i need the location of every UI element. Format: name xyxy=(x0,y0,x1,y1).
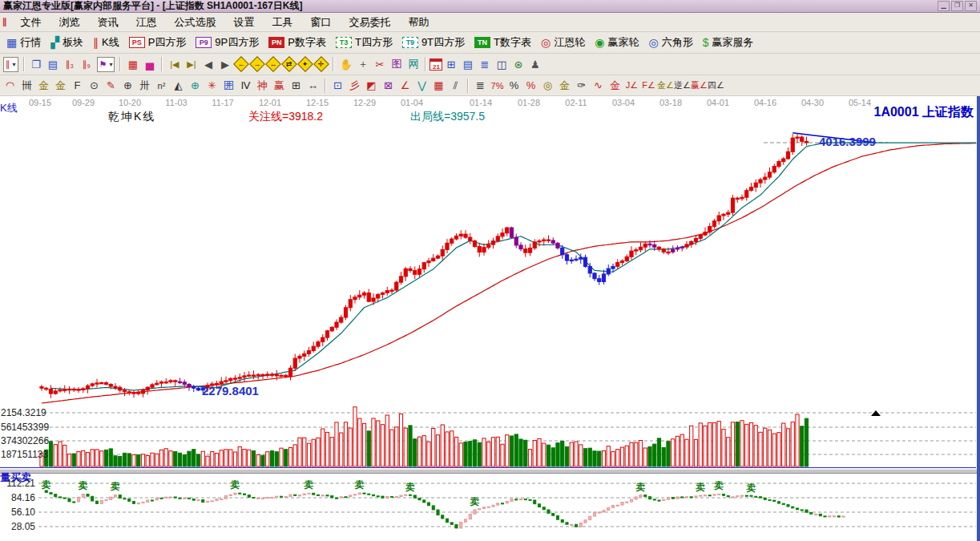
hexagon-button[interactable]: ◎六角形 xyxy=(643,34,697,51)
color-histogram-button[interactable]: ▅ xyxy=(141,56,158,73)
grid2-tool[interactable]: 卅 xyxy=(136,77,153,94)
menu-item-6[interactable]: 设置 xyxy=(225,13,264,32)
gold-grid-tool[interactable]: 金 xyxy=(35,77,52,94)
percent-red-tool[interactable]: 7% xyxy=(489,77,506,94)
child-window-icon[interactable]: ∥ xyxy=(0,17,12,27)
report-button[interactable]: ▤ xyxy=(459,56,476,73)
diamond-cross-button[interactable]: ✛ xyxy=(314,56,330,72)
menu-item-7[interactable]: 工具 xyxy=(264,13,302,32)
gold-angle-tool[interactable]: 金∠ xyxy=(657,77,674,94)
spiral-tool[interactable]: ⊙ xyxy=(86,77,103,94)
p-table-button[interactable]: PNP数字表 xyxy=(264,34,331,51)
percent-line-tool[interactable]: % xyxy=(522,77,539,94)
menu-item-8[interactable]: 窗口 xyxy=(302,13,341,32)
box-grid-tool[interactable]: 囲 xyxy=(220,77,237,94)
levels-tool[interactable]: ≣ xyxy=(472,77,489,94)
p9-square-button[interactable]: P99P四方形 xyxy=(191,34,264,51)
minimize-button[interactable]: ▁ xyxy=(938,1,950,11)
prev-button[interactable]: ◀ xyxy=(200,56,216,73)
diamond-swap-button[interactable]: ⇄ xyxy=(282,56,298,72)
first-page-button[interactable]: |◀ xyxy=(166,56,183,73)
percent-tool[interactable]: % xyxy=(506,77,522,94)
period-selector[interactable]: ∥▾ xyxy=(3,57,18,72)
web-button[interactable]: ⊛ xyxy=(510,56,526,73)
candlestick-chart-canvas[interactable]: 卖卖卖卖卖卖卖卖卖卖卖卖 xyxy=(0,96,980,541)
gold-underline-tool[interactable]: 金 xyxy=(607,77,623,94)
shen-tool[interactable]: 神 xyxy=(254,77,271,94)
ying-tool[interactable]: 赢 xyxy=(271,77,288,94)
calculator-button[interactable]: ⊞ xyxy=(442,56,459,73)
kline-3-button[interactable]: ∥₃ xyxy=(62,56,79,73)
last-page-button[interactable]: ▶| xyxy=(183,56,200,73)
ying-angle-tool[interactable]: 赢∠ xyxy=(691,77,708,94)
menu-item-1[interactable]: 文件 xyxy=(12,13,50,32)
ink-tool[interactable]: ✑ xyxy=(573,77,590,94)
pane-splitter[interactable] xyxy=(0,469,980,474)
diamond-right-button[interactable]: → xyxy=(250,56,266,72)
cut-tool-button[interactable]: ✂ xyxy=(371,56,388,73)
f-angle-tool[interactable]: F∠ xyxy=(640,77,657,94)
menu-item-10[interactable]: 帮助 xyxy=(400,13,438,32)
gann-wheel-button[interactable]: ◎江恩轮 xyxy=(536,34,590,51)
red-pen-tool[interactable]: ✎ xyxy=(103,77,119,94)
restore-button[interactable]: ❐ xyxy=(951,1,963,11)
grid-tool[interactable]: 卌 xyxy=(18,77,35,94)
wave-gold-tool[interactable]: ∿ xyxy=(590,77,607,94)
t-square-button[interactable]: T3T四方形 xyxy=(331,34,397,51)
f-grid-tool[interactable]: F xyxy=(69,77,86,94)
p-square-button[interactable]: PSP四方形 xyxy=(124,34,192,51)
circle-cross-tool[interactable]: ⊕ xyxy=(119,77,136,94)
zoom-window-button[interactable]: ❐ xyxy=(28,56,45,73)
wave4-tool[interactable]: Ⅳ xyxy=(237,77,254,94)
t9-square-button[interactable]: T99T四方形 xyxy=(397,34,470,51)
hspan-tool[interactable]: ↔ xyxy=(304,77,321,94)
quotes-button[interactable]: ▦行情 xyxy=(2,34,46,51)
chart-tool-purple-button[interactable]: 图 xyxy=(388,56,405,73)
mirror-tool[interactable]: ◭ xyxy=(170,77,187,94)
angle-arc-tool[interactable]: ◠ xyxy=(2,77,18,94)
n2-tool[interactable]: n² xyxy=(153,77,170,94)
gold-grid2-tool[interactable]: 金 xyxy=(52,77,69,94)
diamond-both-button[interactable]: ↔ xyxy=(266,56,282,72)
kline-button[interactable]: ∥K线 xyxy=(88,34,124,51)
gann-fan-tool[interactable]: 彡 xyxy=(346,77,363,94)
chart-region[interactable]: 卖卖卖卖卖卖卖卖卖卖卖卖 09-1509-2910-2011-0311-1712… xyxy=(0,96,980,541)
small-fan-tool[interactable]: ∠ xyxy=(397,77,413,94)
menu-item-3[interactable]: 资讯 xyxy=(89,13,127,32)
sectors-button[interactable]: ▞板块 xyxy=(46,34,88,51)
check-tool[interactable]: ⋁ xyxy=(413,77,430,94)
lines-tool[interactable]: ⫽ xyxy=(447,77,464,94)
notes-button[interactable]: ≣ xyxy=(476,56,493,73)
close-button[interactable]: ✕ xyxy=(965,1,977,11)
next-button[interactable]: ▶ xyxy=(216,56,233,73)
kline-9-button[interactable]: ∥₉ xyxy=(79,56,95,73)
quote-list-button[interactable]: ▤ xyxy=(45,56,62,73)
diamond-star-button[interactable]: ✦ xyxy=(298,56,314,72)
hand-tool-button[interactable]: ✋ xyxy=(337,56,354,73)
menu-item-2[interactable]: 浏览 xyxy=(50,13,89,32)
gold-circle-tool[interactable]: ◎ xyxy=(539,77,556,94)
t-table-button[interactable]: TNT数字表 xyxy=(470,34,536,51)
blue-box-tool[interactable]: ⊡ xyxy=(329,77,346,94)
grid123-tool[interactable]: ⊞ xyxy=(288,77,304,94)
crosshair-tool-button[interactable]: ＋ xyxy=(354,56,371,73)
j-angle-tool[interactable]: J∠ xyxy=(623,77,640,94)
kline-style-button[interactable]: ▦ xyxy=(124,56,141,73)
save-button[interactable]: ◫ xyxy=(493,56,510,73)
box-x-tool[interactable]: ⊠ xyxy=(380,77,397,94)
winner-service-button[interactable]: $赢家服务 xyxy=(698,34,759,51)
flag-selector[interactable]: ⚑▾ xyxy=(97,57,115,72)
menu-item-9[interactable]: 交易委托 xyxy=(341,13,400,32)
target-tool[interactable]: ⊕ xyxy=(187,77,204,94)
diamond-left-button[interactable]: ← xyxy=(234,56,250,72)
menu-item-5[interactable]: 公式选股 xyxy=(166,13,225,32)
winner-wheel-button[interactable]: ◉赢家轮 xyxy=(590,34,643,51)
ni-angle-tool[interactable]: 逆∠ xyxy=(674,77,691,94)
fan-box-tool[interactable]: ◩ xyxy=(363,77,380,94)
calendar-button[interactable]: 21 xyxy=(430,59,442,71)
fine-grid-tool[interactable]: ▦ xyxy=(430,77,447,94)
si-angle-tool[interactable]: 四∠ xyxy=(708,77,724,94)
net-tool-teal-button[interactable]: 网 xyxy=(405,56,421,73)
menu-item-4[interactable]: 江恩 xyxy=(127,13,166,32)
user-button[interactable]: ♟ xyxy=(526,56,543,73)
